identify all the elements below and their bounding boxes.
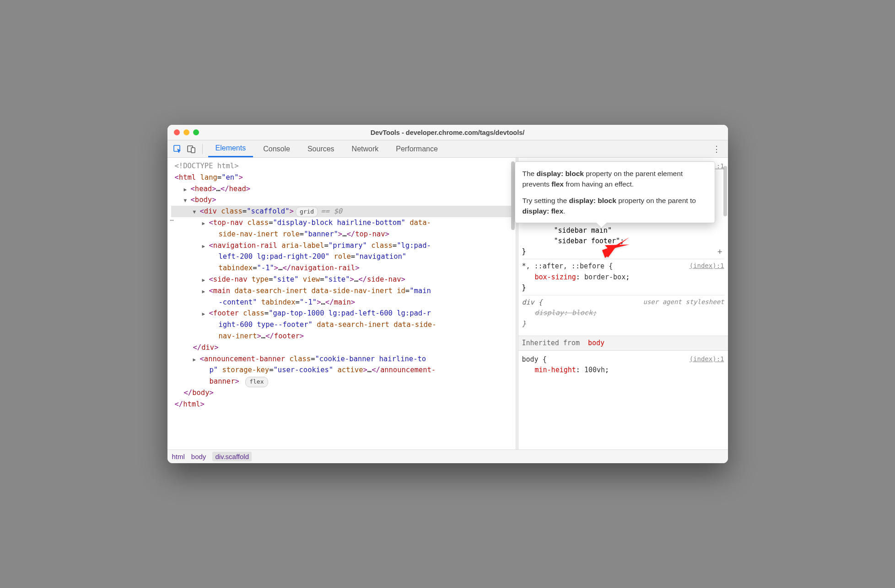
kebab-icon[interactable]: ⋮: [710, 144, 723, 154]
crumb-body[interactable]: body: [191, 453, 206, 460]
rule-universal[interactable]: (index):1 *, ::after, ::before { box-siz…: [522, 259, 724, 295]
dom-main-w[interactable]: -content" tabindex="-1">…</main>: [171, 297, 512, 308]
annotation-arrow-icon: [600, 235, 632, 264]
tab-console[interactable]: Console: [256, 140, 297, 157]
prop-display-ua: display: block;: [522, 308, 724, 318]
crumb-div-scaffold[interactable]: div.scaffold: [212, 452, 252, 461]
dom-html-close[interactable]: </html>: [171, 399, 512, 410]
rule-source: user agent stylesheet: [643, 297, 724, 307]
device-toolbar-icon[interactable]: [186, 144, 197, 155]
dom-footer-w2[interactable]: ight-600 type--footer" data-search-inert…: [171, 319, 512, 331]
rule-body[interactable]: (index):1 body { min-height: 100vh;: [522, 353, 724, 378]
dom-footer-w3[interactable]: nav-inert>…</footer>: [171, 331, 512, 342]
dom-scaffold[interactable]: ▼<div class="scaffold">grid== $0: [171, 206, 512, 217]
dom-tree-panel[interactable]: ⋯ <!DOCTYPE html> <html lang="en"> ▶<hea…: [167, 158, 516, 449]
grid-badge[interactable]: grid: [296, 207, 318, 217]
dom-html-open[interactable]: <html lang="en">: [171, 172, 512, 183]
dom-div-close[interactable]: </div>: [171, 342, 512, 353]
rule-source[interactable]: (index):1: [690, 261, 724, 271]
dollar-zero: == $0: [321, 207, 342, 215]
dom-doctype[interactable]: <!DOCTYPE html>: [171, 160, 512, 172]
prop-minheight[interactable]: min-height: 100vh;: [522, 365, 724, 375]
add-rule-icon[interactable]: +: [717, 245, 722, 258]
flex-badge[interactable]: flex: [245, 377, 268, 387]
tab-performance[interactable]: Performance: [388, 140, 445, 157]
dom-main[interactable]: ▶<main data-search-inert data-side-nav-i…: [171, 285, 512, 297]
tab-network[interactable]: Network: [345, 140, 386, 157]
dom-body-close[interactable]: </body>: [171, 387, 512, 399]
tab-sources[interactable]: Sources: [300, 140, 342, 157]
dom-head[interactable]: ▶<head>…</head>: [171, 183, 512, 195]
dom-navrail[interactable]: ▶<navigation-rail aria-label="primary" c…: [171, 240, 512, 251]
titlebar: DevTools - developer.chrome.com/tags/dev…: [167, 125, 728, 140]
inherited-header: Inherited from body: [518, 336, 728, 351]
dom-sidenav[interactable]: ▶<side-nav type="site" view="site">…</si…: [171, 274, 512, 285]
dom-announce-w3[interactable]: banner> flex: [171, 376, 512, 387]
breadcrumb[interactable]: html body div.scaffold: [167, 449, 728, 463]
rule-source[interactable]: (index):1: [690, 354, 724, 364]
dom-announce-w2[interactable]: p" storage-key="user-cookies" active>…</…: [171, 364, 512, 376]
hint-tooltip: The display: block property on the paren…: [515, 161, 715, 223]
divider: [202, 144, 203, 154]
ellipsis-icon[interactable]: ⋯: [170, 215, 174, 225]
dom-navrail-w3[interactable]: tabindex="-1">…</navigation-rail>: [171, 262, 512, 274]
scrollbar[interactable]: [511, 161, 515, 230]
rule-ua-div[interactable]: user agent stylesheet div { display: blo…: [522, 295, 724, 331]
tab-elements[interactable]: Elements: [208, 140, 253, 157]
dom-navrail-w2[interactable]: left-200 lg:pad-right-200" role="navigat…: [171, 251, 512, 262]
dom-announce[interactable]: ▶<announcement-banner class="cookie-bann…: [171, 353, 512, 365]
dom-footer[interactable]: ▶<footer class="gap-top-1000 lg:pad-left…: [171, 308, 512, 319]
svg-rect-2: [191, 148, 195, 153]
devtools-window: DevTools - developer.chrome.com/tags/dev…: [167, 125, 728, 463]
dom-body-open[interactable]: ▼<body>: [171, 194, 512, 206]
prop-boxsizing[interactable]: box-sizing: border-box;: [522, 272, 724, 283]
dom-topnav-wrap[interactable]: side-nav-inert role="banner">…</top-nav>: [171, 229, 512, 240]
dom-topnav[interactable]: ▶<top-nav class="display-block hairline-…: [171, 217, 512, 229]
inspect-icon[interactable]: [172, 144, 183, 155]
window-title: DevTools - developer.chrome.com/tags/dev…: [167, 129, 728, 136]
brace-close: }: [522, 319, 724, 329]
brace-close: }: [522, 283, 724, 293]
toolbar: Elements Console Sources Network Perform…: [167, 140, 728, 158]
crumb-html[interactable]: html: [172, 453, 185, 460]
